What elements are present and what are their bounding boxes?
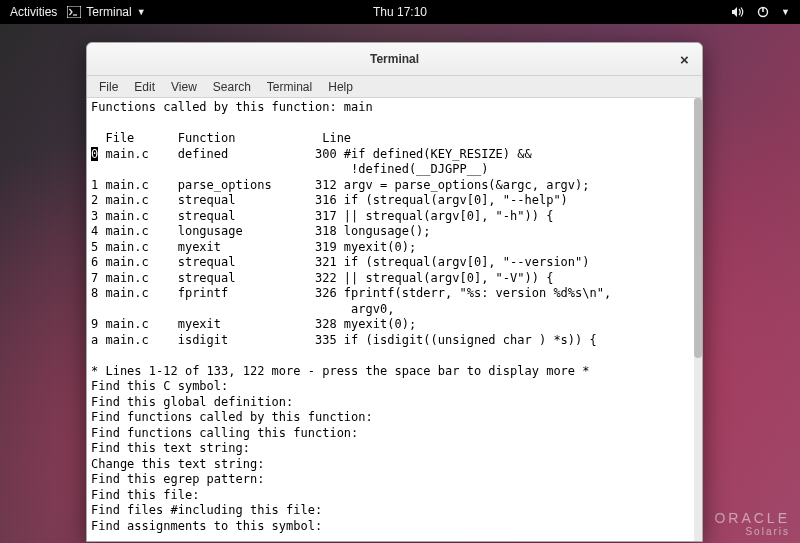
- app-name-label: Terminal: [86, 5, 131, 19]
- menu-file[interactable]: File: [91, 78, 126, 96]
- close-icon: ×: [680, 51, 689, 68]
- window-titlebar[interactable]: Terminal ×: [87, 43, 702, 76]
- chevron-down-icon[interactable]: ▼: [781, 7, 790, 17]
- window-menubar: File Edit View Search Terminal Help: [87, 76, 702, 98]
- menu-help[interactable]: Help: [320, 78, 361, 96]
- menu-edit[interactable]: Edit: [126, 78, 163, 96]
- terminal-window: Terminal × File Edit View Search Termina…: [86, 42, 703, 542]
- volume-icon[interactable]: [731, 6, 745, 18]
- scrollbar-track[interactable]: [694, 98, 702, 541]
- brand-watermark: ORACLE Solaris: [714, 510, 790, 537]
- svg-rect-0: [67, 6, 81, 18]
- chevron-down-icon: ▼: [137, 7, 146, 17]
- activities-button[interactable]: Activities: [10, 5, 57, 19]
- window-title: Terminal: [370, 52, 419, 66]
- close-button[interactable]: ×: [675, 50, 694, 69]
- menu-search[interactable]: Search: [205, 78, 259, 96]
- scrollbar-thumb[interactable]: [694, 98, 702, 358]
- menu-view[interactable]: View: [163, 78, 205, 96]
- clock[interactable]: Thu 17:10: [373, 5, 427, 19]
- gnome-topbar: Activities Terminal ▼ Thu 17:10 ▼: [0, 0, 800, 24]
- terminal-output[interactable]: Functions called by this function: main …: [87, 98, 702, 541]
- power-icon[interactable]: [757, 6, 769, 18]
- app-indicator[interactable]: Terminal ▼: [67, 5, 145, 19]
- menu-terminal[interactable]: Terminal: [259, 78, 320, 96]
- terminal-icon: [67, 6, 81, 18]
